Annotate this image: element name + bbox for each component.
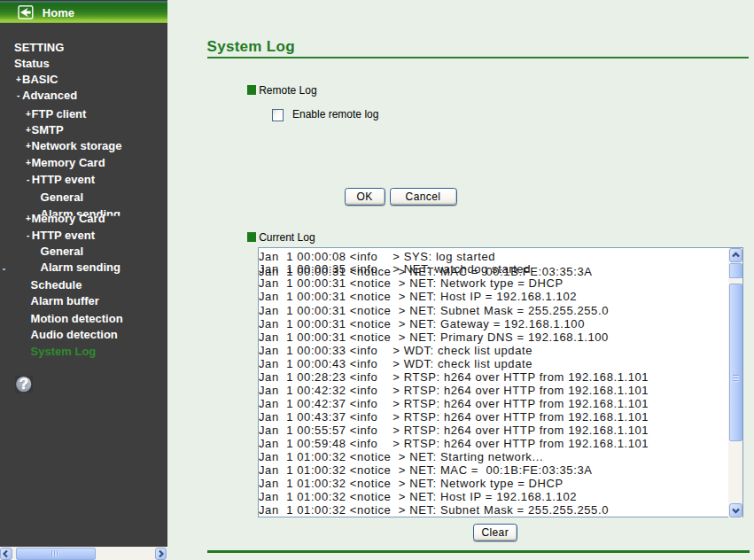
svg-text:?: ? — [19, 376, 27, 393]
